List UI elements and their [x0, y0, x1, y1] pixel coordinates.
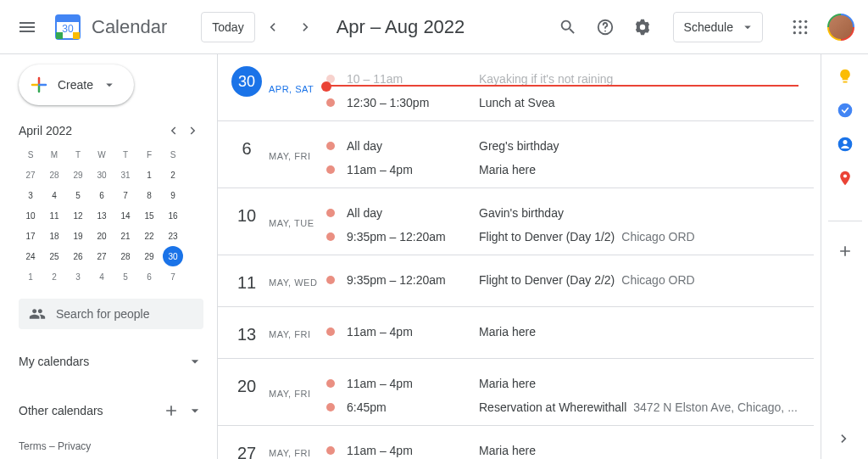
event-row[interactable]: 12:30 – 1:30pmLunch at Svea: [326, 93, 814, 112]
mini-next-button[interactable]: [183, 120, 203, 141]
next-period-button[interactable]: [292, 14, 320, 41]
mini-day-cell[interactable]: 4: [42, 185, 66, 205]
mini-prev-button[interactable]: [163, 120, 183, 141]
mini-day-cell[interactable]: 29: [137, 246, 161, 266]
keep-button[interactable]: [837, 68, 854, 85]
day-number[interactable]: 11: [231, 267, 262, 298]
terms-link[interactable]: Terms: [19, 440, 47, 452]
mini-day-cell[interactable]: 13: [90, 205, 114, 226]
my-calendars-toggle[interactable]: My calendars: [19, 344, 203, 378]
mini-day-cell[interactable]: 19: [66, 226, 90, 246]
day-number[interactable]: 6: [231, 133, 262, 164]
event-time: All day: [347, 206, 479, 220]
mini-day-cell[interactable]: 5: [66, 185, 90, 205]
mini-day-cell[interactable]: 4: [90, 266, 114, 287]
mini-day-cell[interactable]: 21: [114, 226, 137, 246]
event-time: 11am – 4pm: [347, 377, 479, 390]
mini-calendar[interactable]: SMTWTFS272829303112345678910111213141516…: [19, 144, 203, 287]
mini-day-cell[interactable]: 6: [90, 185, 114, 205]
tasks-button[interactable]: [837, 102, 854, 119]
event-dot: [326, 232, 335, 241]
mini-day-cell[interactable]: 2: [42, 266, 66, 287]
google-apps-button[interactable]: [783, 10, 817, 44]
mini-day-cell[interactable]: 28: [42, 165, 66, 185]
mini-day-cell[interactable]: 18: [42, 226, 66, 246]
main-menu-button[interactable]: [7, 7, 47, 48]
mini-day-cell[interactable]: 22: [137, 226, 161, 246]
event-row[interactable]: All dayGavin's birthday: [326, 204, 814, 222]
mini-day-cell[interactable]: 8: [137, 185, 161, 205]
help-button[interactable]: [588, 10, 622, 44]
event-location: Chicago ORD: [621, 273, 694, 287]
mini-day-cell[interactable]: 25: [42, 246, 66, 266]
mini-day-cell[interactable]: 3: [66, 266, 90, 287]
mini-day-cell[interactable]: 1: [137, 165, 161, 185]
create-button[interactable]: Create: [19, 64, 134, 105]
mini-day-cell[interactable]: 11: [42, 205, 66, 226]
calendar-logo[interactable]: 30 Calendar: [51, 10, 167, 44]
event-dot: [326, 98, 335, 107]
event-time: 6:45pm: [347, 400, 479, 414]
mini-day-cell[interactable]: 9: [161, 185, 185, 205]
day-weekday: MAY, FRI: [269, 151, 310, 161]
event-row[interactable]: 9:35pm – 12:20amFlight to Denver (Day 2/…: [326, 271, 814, 289]
mini-day-cell[interactable]: 10: [19, 205, 42, 226]
get-addons-button[interactable]: [828, 221, 862, 255]
mini-day-cell[interactable]: 2: [161, 165, 185, 185]
contacts-button[interactable]: [837, 136, 854, 153]
mini-day-cell[interactable]: 7: [114, 185, 137, 205]
day-number[interactable]: 10: [231, 200, 262, 231]
mini-day-cell[interactable]: 27: [19, 165, 42, 185]
maps-button[interactable]: [837, 170, 854, 187]
mini-day-cell[interactable]: 3: [19, 185, 42, 205]
mini-day-cell[interactable]: 12: [66, 205, 90, 226]
mini-day-cell[interactable]: 6: [137, 266, 161, 287]
svg-rect-2: [73, 32, 80, 39]
event-time: 9:35pm – 12:20am: [347, 230, 479, 243]
today-button[interactable]: Today: [201, 12, 254, 42]
mini-day-cell[interactable]: 20: [90, 226, 114, 246]
mini-day-cell[interactable]: 23: [161, 226, 185, 246]
day-number[interactable]: 13: [231, 319, 262, 350]
day-number[interactable]: 20: [231, 371, 262, 401]
account-avatar[interactable]: [827, 14, 854, 41]
other-calendars-toggle[interactable]: Other calendars: [19, 394, 203, 428]
hide-side-panel-button[interactable]: [834, 428, 854, 449]
mini-day-cell[interactable]: 30: [90, 165, 114, 185]
event-row[interactable]: 6:45pmReservation at Wherewithall3472 N …: [326, 398, 814, 417]
add-calendar-button[interactable]: [163, 402, 180, 419]
mini-day-cell[interactable]: 7: [161, 266, 185, 287]
mini-day-cell[interactable]: 29: [66, 165, 90, 185]
mini-day-cell[interactable]: 31: [114, 165, 137, 185]
mini-day-cell[interactable]: 15: [137, 205, 161, 226]
prev-period-button[interactable]: [259, 14, 286, 41]
mini-day-cell[interactable]: 14: [114, 205, 137, 226]
search-button[interactable]: [551, 10, 585, 44]
mini-day-cell[interactable]: 16: [161, 205, 185, 226]
event-row[interactable]: All dayGreg's birthday: [326, 137, 814, 155]
settings-button[interactable]: [626, 10, 659, 44]
event-row[interactable]: 11am – 4pmMaria here: [326, 441, 814, 459]
mini-day-cell[interactable]: 27: [90, 246, 114, 266]
search-people-input[interactable]: Search for people: [19, 299, 203, 329]
footer-links: Terms – Privacy: [19, 440, 203, 459]
mini-day-cell[interactable]: 17: [19, 226, 42, 246]
mini-day-cell[interactable]: 26: [66, 246, 90, 266]
event-title: Reservation at Wherewithall: [479, 400, 626, 414]
event-row[interactable]: 9:35pm – 12:20amFlight to Denver (Day 1/…: [326, 227, 814, 246]
event-row[interactable]: 11am – 4pmMaria here: [326, 374, 814, 393]
mini-day-cell[interactable]: 5: [114, 266, 137, 287]
mini-day-cell[interactable]: 1: [19, 266, 42, 287]
day-number[interactable]: 27: [231, 438, 262, 459]
event-time: All day: [347, 139, 479, 153]
day-weekday: APR, SAT: [269, 84, 314, 94]
event-row[interactable]: 11am – 4pmMaria here: [326, 160, 814, 179]
view-selector[interactable]: Schedule: [673, 12, 763, 42]
day-number[interactable]: 30: [231, 66, 262, 97]
event-row[interactable]: 11am – 4pmMaria here: [326, 322, 814, 341]
mini-day-cell[interactable]: 28: [114, 246, 137, 266]
mini-dow: W: [90, 144, 114, 165]
privacy-link[interactable]: Privacy: [58, 440, 91, 452]
mini-day-cell[interactable]: 30: [163, 246, 183, 266]
mini-day-cell[interactable]: 24: [19, 246, 42, 266]
